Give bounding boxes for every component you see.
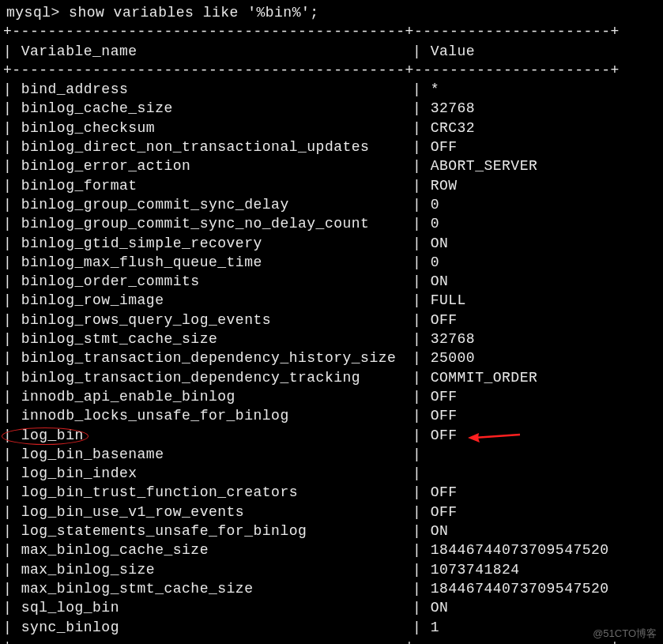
value-text: ON [431,235,449,251]
table-row: | binlog_row_image| FULL [0,291,663,310]
table-row: | sync_binlog| 1 [0,618,663,637]
variable-name-text: log_bin_trust_function_creators [21,484,298,500]
value-text: 25000 [431,350,476,366]
variable-name-text: binlog_format [21,178,137,194]
table-row: | log_bin| OFF [0,426,663,445]
value-text: OFF [431,427,458,443]
header-col-value: | Value [412,42,663,61]
cell-value: | OFF [412,311,663,330]
cell-value: | ON [412,234,663,253]
table-row: | binlog_checksum| CRC32 [0,119,663,137]
value-text: * [431,81,439,97]
variable-name-text: max_binlog_cache_size [21,542,209,558]
variable-name-text: binlog_transaction_dependency_tracking [21,370,360,386]
table-row: | innodb_api_enable_binlog| OFF [0,387,663,406]
value-text: OFF [431,312,458,328]
table-row: | log_bin_basename| [0,445,663,464]
variable-name-text: binlog_stmt_cache_size [21,331,218,347]
cell-variable-name: | bind_address [3,80,412,99]
cell-variable-name: | log_bin_index [3,464,412,483]
variable-name-text: log_bin_use_v1_row_events [21,504,245,520]
cell-variable-name: | binlog_cache_size [3,99,412,118]
variable-name-text: bind_address [21,81,129,97]
value-text: OFF [431,408,458,424]
table-row: | binlog_transaction_dependency_history_… [0,348,663,367]
table-row: | binlog_rows_query_log_events| OFF [0,311,663,330]
cell-value: | OFF [412,503,663,522]
value-text: 32768 [431,100,476,116]
value-text: OFF [431,139,458,155]
watermark: @51CTO博客 [593,627,657,641]
value-text: ON [431,523,449,539]
cell-value: | CRC32 [412,119,663,137]
value-text: CRC32 [431,120,476,136]
value-text: ON [431,600,449,616]
table-row: | binlog_error_action| ABORT_SERVER [0,156,663,175]
value-text: 0 [431,216,439,232]
value-text: OFF [431,504,458,520]
cell-value: | 0 [412,195,663,214]
table-row: | binlog_direct_non_transactional_update… [0,137,663,156]
table-row: | log_bin_use_v1_row_events| OFF [0,503,663,522]
cell-value: | ROW [412,176,663,195]
cell-variable-name: | binlog_max_flush_queue_time [3,253,412,272]
separator-bottom: +---------------------------------------… [0,637,663,644]
cell-variable-name: | log_bin_use_v1_row_events [3,503,412,522]
variable-name-text: binlog_transaction_dependency_history_si… [21,350,397,366]
variable-name-text: max_binlog_size [21,562,156,578]
variable-name-text: binlog_row_image [21,292,164,308]
cell-value: | OFF [412,426,663,445]
table-row: | binlog_max_flush_queue_time| 0 [0,253,663,272]
table-row: | binlog_transaction_dependency_tracking… [0,368,663,387]
variable-name-text: sql_log_bin [21,600,119,616]
cell-value: | OFF [412,406,663,425]
cell-value: | ON [412,598,663,617]
table-body: | bind_address| *| binlog_cache_size| 32… [0,80,663,637]
cell-variable-name: | max_binlog_size [3,560,412,579]
cell-variable-name: | max_binlog_stmt_cache_size [3,579,412,598]
value-text: ROW [431,178,458,194]
cell-variable-name: | binlog_checksum [3,119,412,137]
cell-variable-name: | max_binlog_cache_size [3,540,412,559]
variable-name-text: innodb_locks_unsafe_for_binlog [21,408,289,424]
header-col-name: | Variable_name [3,42,412,61]
value-text: FULL [431,292,466,308]
value-text: 18446744073709547520 [431,581,609,597]
table-row: | log_bin_trust_function_creators| OFF [0,483,663,502]
variable-name-text: binlog_rows_query_log_events [21,312,271,328]
cell-variable-name: | sql_log_bin [3,598,412,617]
value-text: 0 [431,197,439,213]
variable-name-text: binlog_max_flush_queue_time [21,254,262,270]
cell-variable-name: | binlog_group_commit_sync_delay [3,195,412,214]
cell-variable-name: | binlog_error_action [3,156,412,175]
cell-variable-name: | binlog_format [3,176,412,195]
cell-variable-name: | binlog_transaction_dependency_history_… [3,348,412,367]
header-variable-name: Variable_name [21,43,137,59]
table-row: | binlog_gtid_simple_recovery| ON [0,234,663,253]
cell-variable-name: | binlog_rows_query_log_events [3,311,412,330]
table-row: | max_binlog_size| 1073741824 [0,560,663,579]
table-row: | log_statements_unsafe_for_binlog| ON [0,522,663,540]
cell-value: | 1073741824 [412,560,663,579]
cell-value: | [412,464,663,483]
cell-value: | FULL [412,291,663,310]
table-row: | sql_log_bin| ON [0,598,663,617]
value-text: 32768 [431,331,476,347]
table-row: | binlog_group_commit_sync_delay| 0 [0,195,663,214]
value-text: 1 [431,620,439,635]
cell-value: | 32768 [412,99,663,118]
table-row: | binlog_order_commits| ON [0,272,663,291]
cell-variable-name: | log_bin_basename [3,445,412,464]
table-row: | binlog_format| ROW [0,176,663,195]
value-text: ABORT_SERVER [431,158,538,174]
variable-name-text: innodb_api_enable_binlog [21,389,235,405]
cell-variable-name: | binlog_stmt_cache_size [3,330,412,348]
cell-variable-name: | innodb_api_enable_binlog [3,387,412,406]
cell-value: | ON [412,522,663,540]
header-value: Value [431,43,476,59]
value-text: OFF [431,484,458,500]
cell-variable-name: | log_statements_unsafe_for_binlog [3,522,412,540]
cell-variable-name: | binlog_order_commits [3,272,412,291]
cell-value: | 18446744073709547520 [412,540,663,559]
table-row: | max_binlog_cache_size| 184467440737095… [0,540,663,559]
